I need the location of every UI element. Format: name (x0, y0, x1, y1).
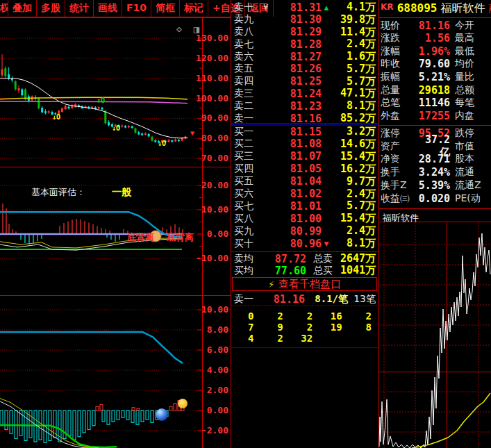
macd-bar-down (117, 410, 119, 420)
quote-label: 外盘 (379, 110, 415, 122)
axis-tick-label: 70.00 (201, 153, 228, 163)
quote-row-总笔: 总笔11146每笔 (379, 97, 491, 109)
quote-row-涨幅: 涨幅1.96%最低 (379, 45, 491, 58)
bid-row-6[interactable]: 买六81.022.4万 (231, 188, 378, 200)
ask-label: 卖七 (231, 38, 263, 51)
quote-label2: 跌停 (450, 127, 491, 140)
ask-label: 卖二 (231, 100, 263, 113)
ask-row-3[interactable]: 卖八81.2911.4万 (231, 26, 378, 38)
ask-label: 卖九 (231, 13, 263, 26)
ask-volume: 85.2万 (331, 112, 378, 125)
quote-label2: 最低 (450, 45, 491, 58)
buy-avg-total-label: 总买 (306, 265, 340, 277)
stock-terminal: 权叠加多股统计画线F10简框标记+自选返回 130.00120.00110.00… (0, 0, 491, 448)
ask-row-5[interactable]: 卖六81.271.6万 (231, 51, 378, 63)
axis-tick-label: -2.00 (201, 425, 228, 435)
quote-label2: 量比 (450, 71, 491, 83)
bid-row-5[interactable]: 买五81.049.7万 (231, 176, 378, 188)
ask-price: 81.28 (272, 38, 322, 51)
ask-price: 81.16 (272, 113, 322, 125)
trade-count-cell: 0 (231, 310, 260, 322)
candle-body (141, 133, 143, 135)
ask-price: 81.23 (272, 100, 322, 113)
ask-volume: 2.4万 (331, 38, 378, 51)
ask-label: 卖一 (231, 113, 263, 125)
ask1-detail-label: 卖一 (231, 293, 263, 306)
bid-volume: 9.7万 (331, 175, 378, 188)
quote-label: 振幅 (379, 71, 415, 83)
tab-stock-name[interactable]: 福昕软件 (383, 212, 419, 224)
ask-volume: 5.7万 (331, 75, 378, 88)
bid-label: 买三 (231, 150, 263, 163)
bid-row-10[interactable]: 买十80.96▼8.1万 (231, 238, 378, 249)
quote-row-净资: 净资28.71股本 (379, 153, 491, 165)
ask-price: 81.26 (272, 63, 322, 75)
bid-row-2[interactable]: 买二81.0814.6万 (231, 138, 378, 150)
axis-tick-label: 100.00 (196, 93, 228, 103)
ask-volume: 8.1万 (331, 99, 378, 113)
quote-header: KR 688095 福昕软件 融 (381, 1, 491, 17)
bid-price: 81.01 (272, 200, 322, 213)
trade-count-row: 022162 (231, 310, 378, 322)
ask-label: 卖三 (231, 88, 263, 100)
diamond-icon[interactable]: ◇ (176, 24, 182, 34)
buy-avg: 买均77.60总买1041万 (231, 265, 378, 276)
bid-row-9[interactable]: 买九80.992.4万 (231, 225, 378, 237)
quote-label2: 内盘 (450, 110, 491, 122)
bid-row-4[interactable]: 买四81.0516.2万 (231, 163, 378, 175)
buy-avg-label: 买均 (231, 265, 262, 277)
macd-bar-up (96, 406, 99, 410)
macd-bar-down (102, 410, 105, 422)
bid-label: 买六 (231, 188, 263, 200)
quote-value: 81.16 (415, 19, 450, 32)
axis-tick-label: 8.00 (207, 324, 228, 335)
axis-tick-label: -10.00 (196, 253, 228, 263)
signal-marker: ↓O (112, 124, 120, 132)
ask-row-10[interactable]: 卖一81.1685.2万 (231, 113, 378, 124)
ask-row-6[interactable]: 卖五81.265.7万 (231, 63, 378, 75)
candle-body (68, 107, 70, 109)
candle-body (74, 104, 76, 107)
trade-count-cell: 4 (231, 333, 260, 344)
ask-row-4[interactable]: 卖七81.282.4万 (231, 38, 378, 50)
candle-body (108, 122, 110, 125)
bid-row-3[interactable]: 买三81.0715.4万 (231, 151, 378, 163)
fundamental-assessment: 基本面评估：一般 (31, 186, 131, 199)
quote-value: 0.020 (415, 192, 450, 205)
pane-toggle-icon[interactable]: ◨ (194, 24, 200, 35)
ask-row-1[interactable]: 卖十¥81.31▲4.1万 (231, 1, 378, 13)
bid-label: 买四 (231, 163, 263, 175)
bid-volume: 2.4万 (331, 224, 378, 238)
bid-label: 买十 (231, 238, 263, 250)
quote-value: 29618 (415, 84, 450, 97)
quote-label2: 总额 (450, 84, 491, 97)
bid-price: 81.00 (272, 213, 322, 225)
macd-bar-down (112, 410, 115, 422)
bid-row-1[interactable]: 买一81.153.2万 (231, 126, 378, 138)
quote-label2: 今开 (450, 19, 491, 32)
quote-row-涨跌: 涨跌1.56最高 (379, 32, 491, 44)
trade-count-cell (319, 333, 349, 344)
bid-price: 81.07 (272, 150, 322, 163)
macd-bar-down (0, 410, 3, 426)
quote-value: 3.24% (415, 166, 450, 179)
ask-row-9[interactable]: 卖二81.238.1万 (231, 100, 378, 112)
ask-row-2[interactable]: 卖九81.3039.8万 (231, 14, 378, 26)
candle-body (174, 140, 176, 142)
bid-row-8[interactable]: 买八81.0015.4万 (231, 213, 378, 224)
bid-volume: 3.2万 (331, 125, 378, 138)
level10-link[interactable]: ⚡ 查看千档盘口 (232, 277, 377, 291)
quote-label: 总笔 (379, 97, 415, 109)
candle-body (18, 88, 20, 90)
market-tag: KR (381, 2, 394, 12)
macd-bar-down (131, 410, 134, 422)
ask-row-7[interactable]: 卖四81.255.7万 (231, 76, 378, 88)
ask-row-8[interactable]: 卖三81.2447.1万 (231, 88, 378, 99)
candle-body (44, 111, 47, 113)
bid-price: 80.96 (272, 238, 322, 250)
chart-corner-icons[interactable]: ◇◨ (176, 24, 200, 35)
axis-tick-label: 130.00 (196, 33, 228, 43)
bid-row-7[interactable]: 买七81.015.7万 (231, 200, 378, 212)
trade-count-cell: 2 (290, 310, 319, 322)
quote-row-收益㈢: 收益㈢0.020PE(动 (379, 192, 491, 205)
